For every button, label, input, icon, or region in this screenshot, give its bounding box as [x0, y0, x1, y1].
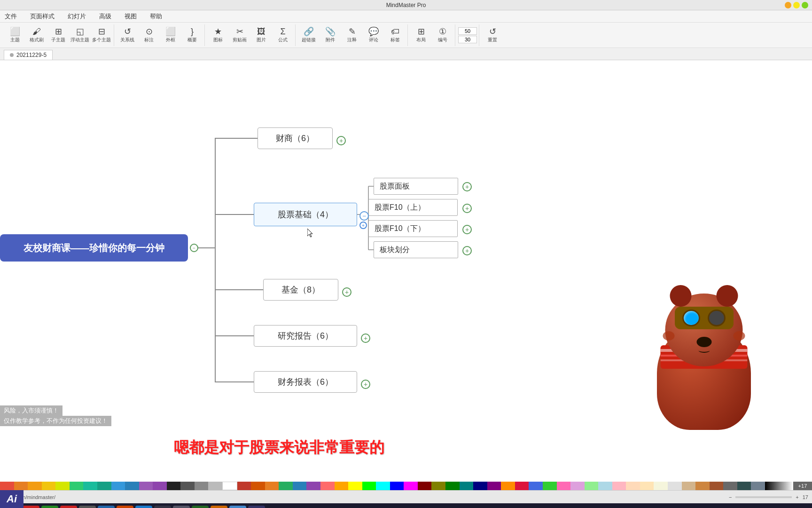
minimize-btn[interactable]	[785, 2, 791, 8]
swatch-lightgreen[interactable]	[585, 482, 599, 490]
swatch-salmon[interactable]	[320, 482, 335, 490]
attachment-btn[interactable]: 📎 附件	[320, 25, 341, 45]
menu-item-page-style[interactable]: 页面样式	[27, 11, 57, 22]
swatch-moccasin[interactable]	[640, 482, 654, 490]
layout-btn[interactable]: ⊞ 布局	[411, 25, 431, 45]
taskbar-icon-6[interactable]: ▶	[117, 506, 133, 508]
swatch-navy[interactable]	[473, 482, 487, 490]
branch-jijin[interactable]: 基金（8）	[263, 279, 338, 301]
branch-gupiaojicheng[interactable]: 股票基础（4）	[254, 203, 357, 226]
plus-gupiaoF10down[interactable]: +	[462, 225, 472, 234]
swatch-belizehole[interactable]	[293, 482, 307, 490]
sub-gupiaoF10down[interactable]: 股票F10（下）	[368, 220, 458, 237]
swatch-nephritis[interactable]	[279, 482, 293, 490]
swatch-darkgreen[interactable]	[445, 482, 460, 490]
swatch-darkred[interactable]	[237, 482, 251, 490]
taskbar-icon-11[interactable]: 🔧	[211, 506, 227, 508]
plus-caishang[interactable]: +	[336, 136, 346, 145]
close-btn[interactable]	[802, 2, 808, 8]
swatch-crimson[interactable]	[515, 482, 529, 490]
swatch-gray[interactable]	[195, 482, 209, 490]
swatch-green[interactable]	[70, 482, 84, 490]
zoom-height-input[interactable]	[458, 36, 477, 43]
sub-gupiaoF10up[interactable]: 股票F10（上）	[368, 199, 458, 216]
menu-item-file[interactable]: 文件	[2, 11, 20, 22]
swatch-silver[interactable]	[668, 482, 682, 490]
branch-caiwu[interactable]: 财务报表（6）	[254, 371, 357, 393]
swatch-darkgray[interactable]	[180, 482, 195, 490]
maximize-btn[interactable]	[793, 2, 800, 8]
swatch-maroon[interactable]	[418, 482, 432, 490]
plus-jijin[interactable]: +	[342, 287, 351, 297]
swatch-yellow[interactable]	[42, 482, 56, 490]
swatch-lightgray[interactable]	[208, 482, 222, 490]
menu-item-help[interactable]: 帮助	[147, 11, 165, 22]
swatch-peru[interactable]	[695, 482, 710, 490]
canvas[interactable]: 友校财商课——珍惜你的每一分钟 − 财商（6） + 股票基础（4） − + 股票…	[0, 60, 812, 482]
plus-gupiaomianban[interactable]: +	[462, 182, 472, 191]
swatch-purple[interactable]	[139, 482, 153, 490]
tag-btn[interactable]: 🏷 标签	[385, 25, 406, 45]
image-btn[interactable]: 🖼 图片	[251, 25, 272, 45]
taskbar-icon-1[interactable]: 🔴	[23, 506, 39, 508]
float-topic-btn[interactable]: ◱ 浮动主题	[70, 25, 90, 45]
swatch-sienna[interactable]	[710, 482, 724, 490]
swatch-slategray[interactable]	[751, 482, 765, 490]
zoom-width-input[interactable]	[458, 27, 477, 35]
root-node[interactable]: 友校财商课——珍惜你的每一分钟	[0, 234, 188, 262]
swatch-dimgray[interactable]	[723, 482, 737, 490]
swatch-lime[interactable]	[55, 482, 70, 490]
plus-yanjiu[interactable]: +	[361, 333, 370, 343]
swatch-peach[interactable]	[626, 482, 640, 490]
swatch-black[interactable]	[167, 482, 181, 490]
taskbar-icon-12[interactable]: IE	[229, 506, 246, 508]
swatch-purple2[interactable]	[153, 482, 167, 490]
swatch-teal2[interactable]	[97, 482, 111, 490]
plus-gupiaoF10up[interactable]: +	[462, 204, 472, 213]
swatch-burntsienna[interactable]	[251, 482, 265, 490]
swatch-amber[interactable]	[335, 482, 349, 490]
swatch-darkorange[interactable]	[501, 482, 515, 490]
sub-bankuaihuafen[interactable]: 板块划分	[374, 241, 458, 258]
swatch-red[interactable]	[0, 482, 14, 490]
swatch-yellow2[interactable]	[348, 482, 362, 490]
summary-btn[interactable]: } 概要	[182, 25, 203, 45]
swatch-orange2[interactable]	[28, 482, 42, 490]
reset-btn[interactable]: ↺ 重置	[482, 25, 503, 45]
relation-btn[interactable]: ↺ 关系线	[117, 25, 138, 45]
swatch-darkslategray[interactable]	[737, 482, 751, 490]
taskbar-icon-5[interactable]: W	[98, 506, 115, 508]
outline-btn[interactable]: ⬜ 外框	[160, 25, 181, 45]
hyperlink-btn[interactable]: 🔗 超链接	[298, 25, 319, 45]
zoom-indicator[interactable]: +17	[793, 482, 812, 490]
document-tab[interactable]: 20211229-5	[4, 50, 53, 60]
swatch-tan[interactable]	[682, 482, 696, 490]
taskbar-icon-10[interactable]: 💻	[192, 506, 209, 508]
multi-topic-btn[interactable]: ⊟ 多个主题	[91, 25, 112, 45]
menu-item-advanced[interactable]: 高级	[96, 11, 114, 22]
swatch-hotpink[interactable]	[557, 482, 571, 490]
minus-gupiao[interactable]: −	[359, 211, 369, 221]
taskbar-icon-7[interactable]: 🐉	[135, 506, 152, 508]
sub-topic-btn[interactable]: ⊞ 子主题	[48, 25, 69, 45]
swatch-lightblue[interactable]	[598, 482, 612, 490]
swatch-white[interactable]	[222, 482, 237, 490]
taskbar-icon-8[interactable]: 🦊	[154, 506, 171, 508]
swatch-blue2[interactable]	[125, 482, 139, 490]
sub-gupiaomianban[interactable]: 股票面板	[374, 178, 458, 195]
swatch-lightpink[interactable]	[612, 482, 626, 490]
zoom-plus-btn[interactable]: +	[796, 494, 798, 500]
swatch-royalblue[interactable]	[529, 482, 543, 490]
taskbar-icon-4[interactable]: ⚙	[79, 506, 96, 508]
swatch-gradient[interactable]	[765, 482, 793, 490]
formula-btn[interactable]: Σ 公式	[273, 25, 293, 45]
swatch-limegreen[interactable]	[362, 482, 376, 490]
plus-caiwu[interactable]: +	[361, 380, 370, 389]
icon-btn[interactable]: ★ 图标	[208, 25, 228, 45]
swatch-magenta[interactable]	[404, 482, 418, 490]
swatch-plum[interactable]	[570, 482, 585, 490]
swatch-darkpurple[interactable]	[487, 482, 501, 490]
taskbar-icon-9[interactable]: 🖱	[173, 506, 190, 508]
plus-blue-gupiao[interactable]: +	[359, 222, 367, 229]
branch-caishang[interactable]: 财商（6）	[258, 127, 333, 149]
